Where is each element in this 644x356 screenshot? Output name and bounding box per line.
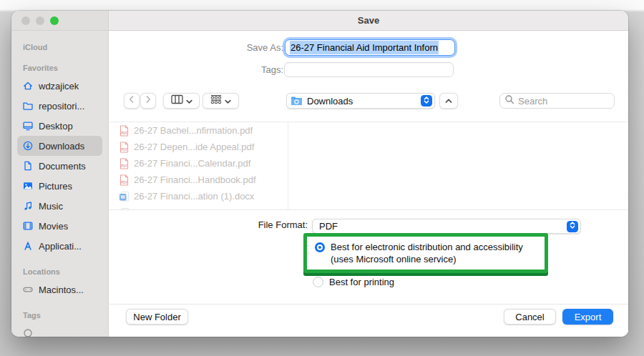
svg-text:PDF: PDF xyxy=(121,147,127,151)
sidebar-section-header: Locations xyxy=(23,267,108,277)
file-name: 26-27 Bachel...nfirmation.pdf xyxy=(134,125,253,136)
music-icon xyxy=(22,200,34,212)
sidebar-item-label: wdzajicek xyxy=(39,81,79,92)
popup-stepper-icon xyxy=(567,221,578,232)
file-browser-column: PDF26-27 Bachel...nfirmation.pdfPDF26-27… xyxy=(109,122,288,209)
save-as-input[interactable]: 26-27 Financial Aid Important Inforn xyxy=(285,39,455,56)
group-icon xyxy=(210,94,222,107)
sidebar-item-label: Pictures xyxy=(39,181,72,192)
sidebar-section-header: Favorites xyxy=(23,64,108,73)
sidebar-item-pictures[interactable]: Pictures xyxy=(17,176,102,196)
file-format-value: PDF xyxy=(313,221,338,232)
tags-label: Tags: xyxy=(181,64,283,75)
pdf-icon: PDF xyxy=(119,174,130,186)
sidebar-section-header: Tags xyxy=(23,311,108,320)
tag-circle-icon xyxy=(22,327,34,337)
sidebar: iCloudFavoriteswdzajicekrepositori...Des… xyxy=(11,31,109,337)
file-row[interactable]: W26-27 Financi...ormation.docx xyxy=(109,204,288,209)
search-input[interactable]: Search xyxy=(499,93,615,109)
save-dialog-window: Save iCloudFavoriteswdzajicekrepositori.… xyxy=(11,11,628,337)
sidebar-item-label: Music xyxy=(39,201,63,212)
location-popup-button[interactable]: Downloads xyxy=(286,93,435,109)
sidebar-item-desktop[interactable]: Desktop xyxy=(17,116,102,136)
radio-best-for-printing-row: Best for printing xyxy=(313,277,394,287)
search-placeholder: Search xyxy=(518,96,547,107)
collapse-dialog-button[interactable] xyxy=(439,93,458,109)
browser-column-divider xyxy=(288,122,288,209)
file-name: 26-27 Financi...ation (1).docx xyxy=(134,191,254,202)
back-button[interactable] xyxy=(124,93,140,109)
sidebar-item-label: Macintos... xyxy=(39,285,84,295)
titlebar-sidebar-section xyxy=(11,11,109,31)
sidebar-item-wdzajicek[interactable]: wdzajicek xyxy=(17,76,102,96)
pictures-icon xyxy=(22,180,34,192)
sidebar-item-label: Movies xyxy=(39,221,68,232)
new-folder-button[interactable]: New Folder xyxy=(126,309,188,325)
dialog-content: Save As: 26-27 Financial Aid Important I… xyxy=(109,31,628,337)
file-row[interactable]: PDF26-27 Bachel...nfirmation.pdf xyxy=(109,122,288,139)
movies-icon xyxy=(22,220,34,232)
cancel-button[interactable]: Cancel xyxy=(504,309,556,325)
sidebar-section-header: iCloud xyxy=(23,43,108,52)
sidebar-item-label: Downloads xyxy=(39,141,84,152)
file-name: 26-27 Financi...Handbook.pdf xyxy=(134,174,256,185)
column-view-button[interactable] xyxy=(163,93,200,109)
sidebar-item-label: repositori... xyxy=(39,101,84,112)
word-icon: W xyxy=(119,191,130,202)
sidebar-item-documents[interactable]: Documents xyxy=(17,156,102,176)
close-window-button[interactable] xyxy=(21,16,30,25)
file-format-popup[interactable]: PDF xyxy=(312,219,581,234)
svg-text:PDF: PDF xyxy=(121,164,127,167)
forward-button[interactable] xyxy=(140,93,156,109)
sidebar-item-macintos[interactable]: Macintos... xyxy=(17,280,102,300)
window-title: Save xyxy=(358,15,379,26)
chevron-right-icon xyxy=(142,94,154,108)
file-row[interactable]: PDF26-27 Depen...ide Appeal.pdf xyxy=(109,139,288,155)
location-popup-value: Downloads xyxy=(307,96,353,107)
sidebar-item-applicati[interactable]: Applicati... xyxy=(17,236,102,256)
option-line2: (uses Microsoft online service) xyxy=(331,254,523,266)
zoom-window-button[interactable] xyxy=(50,16,59,25)
titlebar-main-section: Save xyxy=(109,11,628,31)
titlebar: Save xyxy=(11,11,628,31)
columns-icon xyxy=(171,94,183,107)
file-row[interactable]: W26-27 Financi...ation (1).docx xyxy=(109,188,288,204)
home-icon xyxy=(22,80,34,92)
radio-best-for-printing[interactable] xyxy=(313,277,323,287)
annotation-highlight-box: Best for electronic distribution and acc… xyxy=(303,233,548,273)
svg-text:W: W xyxy=(121,194,126,199)
pdf-icon: PDF xyxy=(119,142,130,153)
export-button[interactable]: Export xyxy=(562,309,613,325)
chevron-down-icon xyxy=(186,94,192,107)
sidebar-item-repositori[interactable]: repositori... xyxy=(17,96,102,116)
format-panel: File Format: PDF Best for electronic dis… xyxy=(109,209,628,305)
file-row[interactable]: PDF26-27 Financi...Calendar.pdf xyxy=(109,155,288,172)
radio-best-for-printing-label: Best for printing xyxy=(329,277,394,287)
sidebar-item-label: Applicati... xyxy=(39,241,82,252)
button-row: New Folder Cancel Export xyxy=(109,304,628,337)
downloads-folder-icon xyxy=(291,96,303,106)
file-name: 26-27 Depen...ide Appeal.pdf xyxy=(134,142,254,152)
group-view-button[interactable] xyxy=(203,93,239,109)
chevron-left-icon xyxy=(126,94,137,108)
sidebar-item-label: Desktop xyxy=(39,121,73,132)
popup-stepper-icon xyxy=(421,95,432,107)
sidebar-item-movies[interactable]: Movies xyxy=(17,216,102,236)
minimize-window-button[interactable] xyxy=(36,16,44,25)
pdf-icon: PDF xyxy=(119,158,130,169)
desktop-icon xyxy=(22,120,34,132)
file-name: 26-27 Financi...Calendar.pdf xyxy=(134,158,250,169)
tags-input[interactable] xyxy=(284,62,454,77)
chevron-down-icon xyxy=(225,94,231,107)
folder-icon xyxy=(22,100,34,112)
radio-electronic-distribution[interactable] xyxy=(315,242,325,252)
file-format-label: File Format: xyxy=(222,219,308,230)
sidebar-item-downloads[interactable]: Downloads xyxy=(17,136,102,156)
file-row[interactable]: PDF26-27 Financi...Handbook.pdf xyxy=(109,172,288,188)
sidebar-item-music[interactable]: Music xyxy=(17,196,102,216)
svg-text:PDF: PDF xyxy=(121,131,127,134)
sidebar-item-label: Documents xyxy=(39,161,86,172)
chevron-up-icon xyxy=(444,94,453,107)
svg-text:PDF: PDF xyxy=(121,180,127,184)
sidebar-item-tag[interactable] xyxy=(17,323,102,337)
